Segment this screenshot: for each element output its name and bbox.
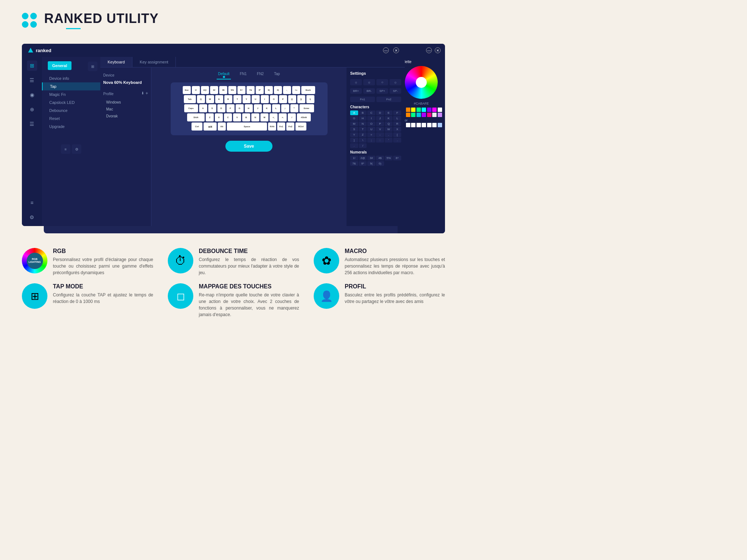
profile-windows[interactable]: Windows: [103, 99, 148, 106]
sidebar-icon-list[interactable]: ☰: [27, 75, 37, 85]
key-tab[interactable]: Tab: [184, 95, 196, 103]
key-semicolon[interactable]: ;:: [281, 104, 289, 112]
char-j[interactable]: J: [376, 116, 384, 121]
key-b[interactable]: B: [242, 113, 250, 121]
char-slash[interactable]: /: [359, 143, 367, 148]
key-9[interactable]: 9(: [265, 86, 273, 94]
char-colon[interactable]: :: [376, 138, 384, 143]
key-m[interactable]: M: [260, 113, 268, 121]
key-fn1[interactable]: Fn1: [277, 122, 285, 131]
char-m[interactable]: M: [350, 121, 358, 126]
char-e[interactable]: E: [385, 110, 393, 115]
num-3[interactable]: 3#: [367, 156, 375, 160]
sidebar-icon-gear[interactable]: ⚙: [27, 212, 37, 222]
key-u[interactable]: U: [252, 95, 260, 103]
key-z[interactable]: Z: [206, 113, 214, 121]
key-shift-l[interactable]: Shift: [187, 113, 205, 121]
nav-item-device-info[interactable]: Device info: [42, 74, 100, 82]
key-slash[interactable]: /: [288, 113, 296, 121]
char-i[interactable]: I: [367, 116, 375, 121]
key-v[interactable]: V: [233, 113, 241, 121]
sp-label-minus[interactable]: SP-: [390, 88, 401, 94]
key-meta[interactable]: ⊞⌘: [204, 122, 217, 131]
char-v[interactable]: V: [376, 127, 384, 132]
key-r[interactable]: R: [224, 95, 232, 103]
key-minus[interactable]: -_: [283, 86, 291, 94]
char-n[interactable]: N: [359, 121, 367, 126]
key-l[interactable]: L: [272, 104, 280, 112]
front-minimize-btn[interactable]: —: [383, 47, 389, 53]
char-t[interactable]: T: [359, 127, 367, 132]
save-button[interactable]: Save: [225, 141, 272, 152]
sidebar-icon-plus[interactable]: ⊕: [27, 104, 37, 114]
char-o[interactable]: O: [367, 121, 375, 126]
char-dash[interactable]: -: [376, 132, 384, 137]
char-h[interactable]: H: [359, 116, 367, 121]
key-space[interactable]: Space: [227, 122, 267, 131]
swatch-sky[interactable]: [417, 113, 421, 117]
num-9[interactable]: 9(: [367, 161, 375, 166]
char-eq[interactable]: =: [367, 132, 375, 137]
sp-label-plus[interactable]: SP+: [376, 88, 388, 94]
key-ralt[interactable]: RAlt: [268, 122, 276, 131]
char-lbracket[interactable]: [: [393, 132, 401, 137]
swatch-yellow[interactable]: [411, 108, 415, 112]
key-a[interactable]: A: [199, 104, 207, 112]
swatch-purple[interactable]: [427, 108, 431, 112]
tab-keyboard[interactable]: Keyboard: [100, 57, 132, 67]
swatch-lavender[interactable]: [438, 113, 442, 117]
char-rbracket[interactable]: ]: [350, 138, 358, 143]
num-7[interactable]: 7&: [350, 161, 358, 166]
char-dot3[interactable]: .: [350, 143, 358, 148]
profile-add-icon[interactable]: +: [146, 91, 148, 96]
key-fn2[interactable]: Fn2: [286, 122, 294, 131]
num-1[interactable]: 1!: [350, 156, 358, 160]
swatch-teal[interactable]: [411, 113, 415, 117]
key-h[interactable]: H: [245, 104, 253, 112]
swatch-green[interactable]: [417, 108, 421, 112]
swatch-violet[interactable]: [422, 113, 426, 117]
br-icon-1[interactable]: ☼: [350, 79, 362, 85]
key-6[interactable]: 6^: [237, 86, 245, 94]
key-rctrl[interactable]: RCtrl: [295, 122, 306, 131]
char-y[interactable]: Y: [350, 132, 358, 137]
key-backspace[interactable]: Back: [301, 86, 315, 94]
key-0[interactable]: 0): [274, 86, 282, 94]
char-dot[interactable]: .: [385, 132, 393, 137]
key-q[interactable]: Q: [197, 95, 205, 103]
key-t[interactable]: T: [233, 95, 241, 103]
nav-item-upgrade[interactable]: Upgrade: [42, 122, 100, 131]
sidebar-icon-menu[interactable]: ☰: [27, 119, 37, 129]
char-z[interactable]: Z: [359, 132, 367, 137]
key-rbracket[interactable]: ]}: [297, 95, 305, 103]
br-icon-4[interactable]: ☼: [390, 79, 401, 85]
fn-tab-default[interactable]: Default: [217, 71, 231, 79]
key-backslash[interactable]: \|: [306, 95, 314, 103]
swatch-pink[interactable]: [427, 113, 431, 117]
char-quote[interactable]: ': [385, 138, 393, 143]
char-p[interactable]: P: [376, 121, 384, 126]
nav-item-tap[interactable]: Tap: [42, 82, 100, 90]
nav-bottom-gear[interactable]: ⚙: [72, 144, 81, 154]
key-lbracket[interactable]: [{: [288, 95, 296, 103]
num-2[interactable]: 2@: [359, 156, 367, 160]
br-icon-2[interactable]: ☼: [363, 79, 375, 85]
key-c[interactable]: C: [224, 113, 232, 121]
fn-tab-fn2[interactable]: FN2: [255, 71, 265, 79]
key-alt[interactable]: Alt: [218, 122, 226, 131]
sidebar-icon-circle[interactable]: ◉: [27, 90, 37, 100]
char-k[interactable]: K: [385, 116, 393, 121]
color-wheel[interactable]: [405, 66, 438, 99]
key-s[interactable]: S: [208, 104, 216, 112]
profile-download-icon[interactable]: ⬇: [141, 91, 144, 95]
char-a[interactable]: A: [350, 110, 358, 115]
swatch-white[interactable]: [438, 108, 442, 112]
key-g[interactable]: G: [236, 104, 244, 112]
key-8[interactable]: 8*: [256, 86, 264, 94]
swatch-orange2[interactable]: [406, 113, 410, 117]
swatch-cyan[interactable]: [422, 108, 426, 112]
br-icon-3[interactable]: ○: [376, 79, 388, 85]
fn-tab-fn1[interactable]: FN1: [238, 71, 248, 79]
key-7[interactable]: 7&: [247, 86, 255, 94]
char-backslash[interactable]: \: [359, 138, 367, 143]
